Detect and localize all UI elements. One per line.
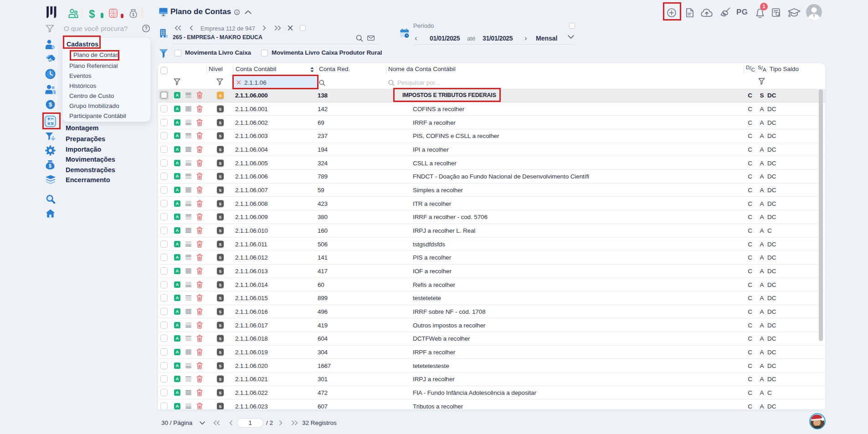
svg-text:?: ? — [144, 26, 147, 31]
svg-text:$: $ — [49, 101, 52, 108]
svg-text:$: $ — [49, 163, 51, 168]
svg-text:i: i — [236, 10, 237, 15]
